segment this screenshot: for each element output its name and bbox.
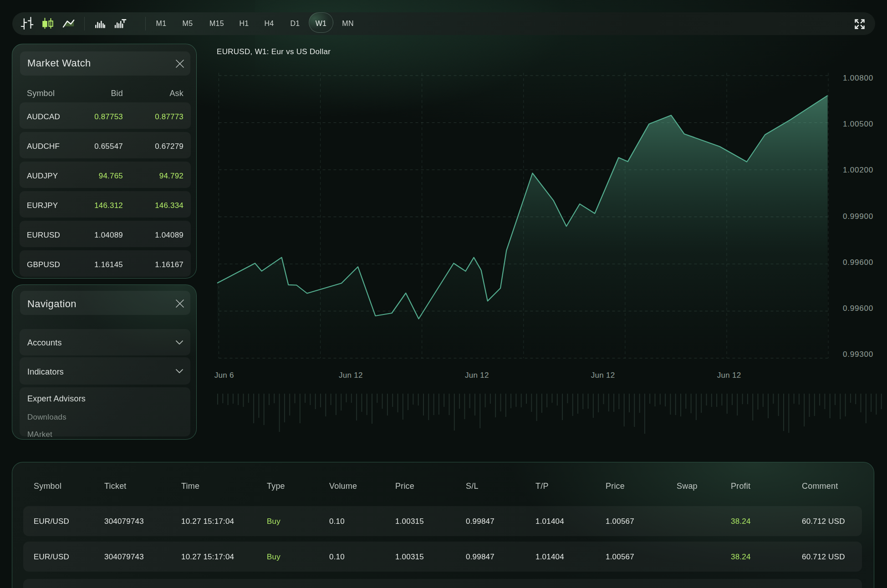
svg-text:1.00200: 1.00200 <box>843 166 873 174</box>
svg-text:Jun 6: Jun 6 <box>214 371 234 380</box>
svg-text:Jun 12: Jun 12 <box>339 371 363 380</box>
svg-text:0.99300: 0.99300 <box>843 350 873 359</box>
svg-text:0.99600: 0.99600 <box>843 258 873 267</box>
svg-text:Jun 12: Jun 12 <box>717 371 741 380</box>
svg-text:Jun 12: Jun 12 <box>465 371 489 380</box>
svg-text:1.00500: 1.00500 <box>843 120 873 128</box>
svg-text:0.99900: 0.99900 <box>843 212 873 221</box>
svg-text:0.99600: 0.99600 <box>843 304 873 313</box>
svg-text:Jun 12: Jun 12 <box>591 371 615 380</box>
svg-text:1.00800: 1.00800 <box>843 74 873 82</box>
